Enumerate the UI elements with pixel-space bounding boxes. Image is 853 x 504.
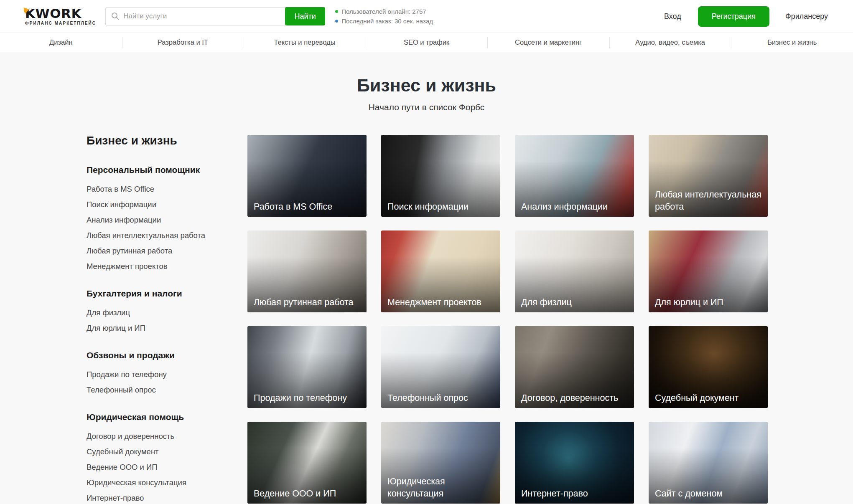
register-button[interactable]: Регистрация bbox=[698, 6, 769, 27]
search-bar: Найти bbox=[105, 7, 325, 25]
sidebar-item-phone-survey[interactable]: Телефонный опрос bbox=[87, 386, 247, 394]
sidebar-heading-legal-help[interactable]: Юридическая помощь bbox=[87, 412, 247, 422]
blue-dot-icon bbox=[335, 20, 338, 23]
card-internet-law[interactable]: Интернет-право bbox=[515, 422, 634, 504]
sidebar-section-accounting-taxes: Бухгалтерия и налоги Для физлиц Для юрли… bbox=[87, 289, 247, 332]
sidebar-item-info-analysis[interactable]: Анализ информации bbox=[87, 216, 247, 224]
content: Бизнес и жизнь Персональный помощник Раб… bbox=[0, 112, 853, 504]
nav-item-seo-traffic[interactable]: SEO и трафик bbox=[366, 33, 488, 52]
sidebar-item-info-search[interactable]: Поиск информации bbox=[87, 200, 247, 208]
online-users-stat: Пользователей онлайн: 2757 bbox=[335, 7, 433, 16]
nav-item-business-life[interactable]: Бизнес и жизнь bbox=[731, 33, 853, 52]
sidebar-title: Бизнес и жизнь bbox=[87, 135, 247, 147]
nav-item-development-it[interactable]: Разработка и IT bbox=[122, 33, 244, 52]
card-routine-work[interactable]: Любая рутинная работа bbox=[247, 230, 367, 312]
login-link[interactable]: Вход bbox=[664, 12, 681, 21]
sidebar-section-calls-sales: Обзвоны и продажи Продажи по телефону Те… bbox=[87, 350, 247, 394]
sidebar-item-llc-management[interactable]: Ведение ООО и ИП bbox=[87, 463, 247, 471]
sidebar-heading-calls-sales[interactable]: Обзвоны и продажи bbox=[87, 350, 247, 360]
sidebar-item-court-document[interactable]: Судебный документ bbox=[87, 448, 247, 456]
sidebar-heading-accounting-taxes[interactable]: Бухгалтерия и налоги bbox=[87, 289, 247, 299]
sidebar-heading-personal-assistant[interactable]: Персональный помощник bbox=[87, 165, 247, 175]
search-button[interactable]: Найти bbox=[285, 7, 325, 25]
card-intellectual-work[interactable]: Любая интеллектуальная работа bbox=[649, 135, 768, 217]
category-nav: Дизайн Разработка и IT Тексты и переводы… bbox=[0, 33, 853, 52]
card-site-with-domain[interactable]: Сайт с доменом bbox=[649, 422, 768, 504]
logo-tagline: ФРИЛАНС МАРКЕТПЛЕЙС bbox=[25, 21, 96, 25]
sidebar-item-ms-office[interactable]: Работа в MS Office bbox=[87, 185, 247, 193]
search-input[interactable] bbox=[105, 7, 286, 25]
card-contract-poa[interactable]: Договор, доверенность bbox=[515, 326, 634, 408]
freelancer-link[interactable]: Фрилансеру bbox=[785, 12, 828, 21]
card-legal-consultation[interactable]: Юридическая консультация bbox=[381, 422, 500, 504]
page-title: Бизнес и жизнь bbox=[0, 76, 853, 95]
search-icon bbox=[111, 12, 119, 20]
header: KWORK ФРИЛАНС МАРКЕТПЛЕЙС Найти Пользова… bbox=[0, 0, 853, 33]
card-info-search[interactable]: Поиск информации bbox=[381, 135, 500, 217]
nav-item-texts-translations[interactable]: Тексты и переводы bbox=[244, 33, 366, 52]
sidebar-item-routine-work[interactable]: Любая рутинная работа bbox=[87, 247, 247, 255]
sidebar-section-personal-assistant: Персональный помощник Работа в MS Office… bbox=[87, 165, 247, 270]
subcategory-grid: Работа в MS Office Поиск информации Анал… bbox=[247, 135, 768, 504]
card-legal-entities[interactable]: Для юрлиц и ИП bbox=[649, 230, 768, 312]
card-phone-sales[interactable]: Продажи по телефону bbox=[247, 326, 367, 408]
last-order-stat: Последний заказ: 30 сек. назад bbox=[335, 16, 433, 26]
sidebar-item-legal-entities[interactable]: Для юрлиц и ИП bbox=[87, 324, 247, 332]
sidebar-item-phone-sales[interactable]: Продажи по телефону bbox=[87, 370, 247, 378]
nav-item-audio-video[interactable]: Аудио, видео, съемка bbox=[609, 33, 731, 52]
sidebar-item-contract-poa[interactable]: Договор и доверенность bbox=[87, 432, 247, 440]
logo-text: KWORK bbox=[25, 7, 96, 20]
sidebar-item-legal-consultation[interactable]: Юридическая консультация bbox=[87, 479, 247, 486]
sidebar-section-legal-help: Юридическая помощь Договор и доверенност… bbox=[87, 412, 247, 502]
nav-item-social-marketing[interactable]: Соцсети и маркетинг bbox=[487, 33, 609, 52]
site-stats: Пользователей онлайн: 2757 Последний зак… bbox=[335, 7, 433, 26]
card-court-document[interactable]: Судебный документ bbox=[649, 326, 768, 408]
green-dot-icon bbox=[335, 10, 338, 13]
card-project-management[interactable]: Менеджмент проектов bbox=[381, 230, 500, 312]
sidebar-item-internet-law[interactable]: Интернет-право bbox=[87, 494, 247, 502]
sidebar-item-intellectual-work[interactable]: Любая интеллектуальная работа bbox=[87, 231, 247, 239]
sidebar: Бизнес и жизнь Персональный помощник Раб… bbox=[87, 135, 247, 504]
card-phone-survey[interactable]: Телефонный опрос bbox=[381, 326, 500, 408]
card-llc-management[interactable]: Ведение ООО и ИП bbox=[247, 422, 367, 504]
sidebar-item-individuals[interactable]: Для физлиц bbox=[87, 309, 247, 317]
page-subtitle: Начало пути в список Форбс bbox=[0, 102, 853, 112]
card-individuals[interactable]: Для физлиц bbox=[515, 230, 634, 312]
nav-item-design[interactable]: Дизайн bbox=[0, 33, 122, 52]
card-ms-office[interactable]: Работа в MS Office bbox=[247, 135, 367, 217]
sidebar-item-project-management[interactable]: Менеджмент проектов bbox=[87, 262, 247, 270]
kwork-category-page: KWORK ФРИЛАНС МАРКЕТПЛЕЙС Найти Пользова… bbox=[0, 0, 853, 504]
page-head: Бизнес и жизнь Начало пути в список Форб… bbox=[0, 52, 853, 112]
card-info-analysis[interactable]: Анализ информации bbox=[515, 135, 634, 217]
kwork-logo[interactable]: KWORK ФРИЛАНС МАРКЕТПЛЕЙС bbox=[25, 7, 96, 25]
